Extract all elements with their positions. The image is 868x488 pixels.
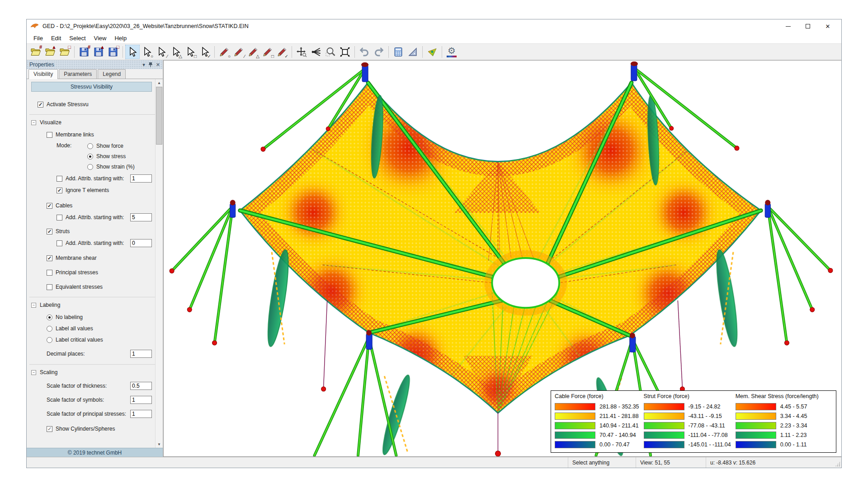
menu-edit[interactable]: Edit — [47, 33, 65, 43]
maximize-button[interactable] — [798, 20, 818, 32]
color-legend: Cable Force (force) 281.88 - 352.35 211.… — [551, 390, 836, 453]
select-circle-button[interactable]: ○ — [140, 45, 154, 59]
save-triangle-button[interactable]: ▲ — [92, 45, 105, 59]
show-force-radio[interactable] — [87, 143, 93, 149]
scale-symbols-label: Scale factor of symbols: — [47, 397, 104, 403]
open-triangle-button[interactable]: ▲ — [43, 45, 57, 59]
draw-square-button[interactable]: □ — [261, 45, 274, 59]
show-strain-radio[interactable] — [87, 164, 93, 170]
zoom-rays-button[interactable] — [309, 45, 323, 59]
square-badge-icon: □ — [116, 45, 119, 50]
mode-label: Mode: — [57, 142, 87, 149]
select-default-button[interactable] — [126, 45, 139, 59]
visualize-group-header[interactable]: − Visualize — [31, 119, 152, 126]
scale-thickness-input[interactable] — [130, 382, 152, 390]
tab-parameters[interactable]: Parameters — [59, 69, 97, 79]
hash-badge-icon: # — [39, 45, 42, 50]
close-icon: ✕ — [826, 23, 830, 30]
model-viewport[interactable]: Cable Force (force) 281.88 - 352.35 211.… — [163, 60, 841, 457]
undo-button[interactable] — [358, 45, 371, 59]
labeling-group-header[interactable]: − Labeling — [31, 302, 152, 308]
membrane-links-checkbox[interactable] — [47, 132, 52, 138]
draw-check-button[interactable]: ✓ — [275, 45, 289, 59]
select-slash-button[interactable]: ∕ — [155, 45, 168, 59]
cables-add-attrib-input[interactable] — [130, 213, 152, 221]
draw-triangle-button[interactable]: △ — [246, 45, 260, 59]
equivalent-stresses-checkbox[interactable] — [47, 284, 52, 290]
select-check-button[interactable]: ✓ — [198, 45, 212, 59]
activate-stressvu-checkbox[interactable] — [38, 102, 43, 108]
collapse-icon[interactable]: − — [31, 370, 36, 375]
minimize-button[interactable] — [778, 20, 798, 32]
title-bar[interactable]: GED - D:\2_Projekte\Easy\2020\03_26_Webs… — [27, 19, 841, 33]
label-all-values-radio[interactable] — [47, 326, 52, 332]
resize-grip[interactable] — [835, 461, 840, 467]
view-3d-button[interactable] — [425, 45, 439, 59]
membrane-add-attrib-input[interactable] — [130, 174, 152, 183]
save-square-button[interactable]: □ — [106, 45, 120, 59]
label-critical-values-radio[interactable] — [47, 337, 52, 343]
status-uv-value: u: -8.483 v: 15.626 — [710, 460, 755, 466]
calculator-button[interactable] — [392, 45, 405, 59]
menu-view[interactable]: View — [90, 33, 111, 43]
toolbar-separator — [388, 46, 389, 58]
pan-orbit-button[interactable] — [295, 45, 308, 59]
legend-range: 70.47 - 140.94 — [595, 432, 636, 438]
struts-add-attrib-input[interactable] — [130, 239, 152, 247]
redo-button[interactable] — [372, 45, 386, 59]
panel-title-bar[interactable]: Properties ▾ ✕ — [27, 60, 163, 69]
draw-slash-button[interactable]: ∕ — [232, 45, 245, 59]
pin-icon[interactable] — [148, 62, 153, 67]
legend-range: 1.11 - 2.23 — [776, 432, 807, 438]
no-labeling-radio[interactable] — [47, 314, 52, 320]
section-divider — [29, 297, 158, 297]
cables-label: Cables — [56, 202, 72, 209]
panel-close-icon[interactable]: ✕ — [156, 62, 160, 68]
show-cylinders-checkbox[interactable] — [47, 426, 52, 432]
scroll-up-icon[interactable]: ▲ — [156, 79, 163, 86]
panel-footer: © 2019 technet GmbH — [27, 448, 163, 457]
scale-principal-input[interactable] — [130, 410, 152, 418]
zoom-fit-button[interactable] — [338, 45, 352, 59]
select-triangle-button[interactable]: △ — [169, 45, 183, 59]
legend-column-title: Mem. Shear Stress (force/length) — [736, 393, 832, 399]
ignore-t-elements-checkbox[interactable] — [57, 188, 62, 193]
properties-panel: Properties ▾ ✕ Visibility Parameters Leg… — [27, 60, 163, 457]
close-button[interactable]: ✕ — [818, 20, 838, 32]
zoom-window-button[interactable] — [324, 45, 337, 59]
open-square-button[interactable]: □ — [58, 45, 71, 59]
view-3d-icon — [427, 47, 438, 57]
scroll-thumb[interactable] — [156, 87, 162, 145]
struts-checkbox[interactable] — [47, 229, 52, 235]
open-hash-button[interactable]: # — [29, 45, 42, 59]
save-hash-button[interactable]: # — [77, 45, 91, 59]
struts-add-attrib-checkbox[interactable] — [57, 240, 62, 246]
decimal-places-input[interactable] — [130, 350, 152, 358]
chevron-down-icon[interactable]: ▾ — [142, 62, 145, 68]
cables-checkbox[interactable] — [47, 203, 52, 209]
menu-file[interactable]: File — [29, 33, 47, 43]
scroll-down-icon[interactable]: ▼ — [156, 441, 163, 448]
select-square-button[interactable]: □ — [184, 45, 197, 59]
scale-symbols-input[interactable] — [130, 396, 152, 404]
cables-add-attrib-checkbox[interactable] — [57, 215, 62, 221]
collapse-icon[interactable]: − — [31, 303, 36, 308]
collapse-icon[interactable]: − — [31, 120, 36, 125]
tab-visibility[interactable]: Visibility — [28, 69, 58, 79]
panel-scrollbar[interactable]: ▲ ▼ — [155, 79, 163, 448]
menu-select[interactable]: Select — [65, 33, 90, 43]
membrane-add-attrib-checkbox[interactable] — [57, 176, 62, 182]
status-hint: Select anything — [568, 457, 636, 468]
draw-circle-button[interactable]: ○ — [217, 45, 231, 59]
tab-legend[interactable]: Legend — [98, 69, 126, 79]
hash-badge-icon: # — [88, 45, 90, 50]
set-square-button[interactable] — [406, 45, 420, 59]
show-stress-radio[interactable] — [87, 154, 93, 160]
menu-help[interactable]: Help — [110, 33, 131, 43]
no-labeling-label: No labeling — [56, 314, 83, 320]
scaling-group-header[interactable]: − Scaling — [31, 369, 152, 375]
settings-button[interactable]: ⚙ — [445, 45, 458, 59]
membrane-shear-checkbox[interactable] — [47, 255, 52, 261]
ignore-t-elements-label: Ignore T elements — [66, 187, 109, 193]
principal-stresses-checkbox[interactable] — [47, 270, 52, 276]
